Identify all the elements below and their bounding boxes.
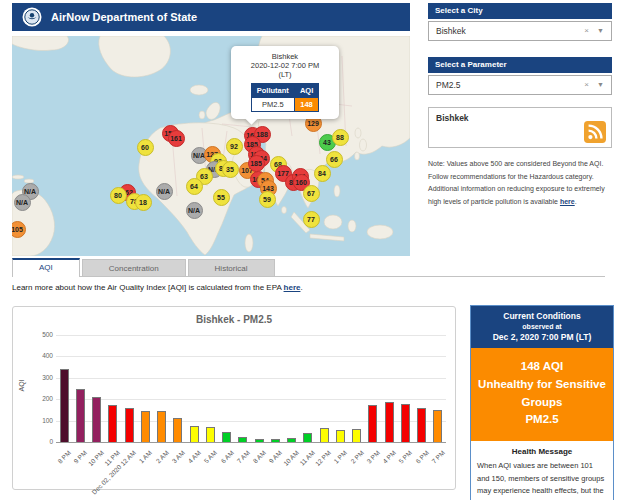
- chart-x-tick-label: 6 AM: [219, 449, 234, 464]
- aqi-map-marker[interactable]: 105: [12, 221, 26, 238]
- tab-historical[interactable]: Historical: [188, 259, 275, 276]
- popup-pollutant-value: PM2.5: [251, 98, 294, 112]
- current-aqi-badge: 148 AQI Unhealthy for Sensitive Groups P…: [471, 348, 613, 441]
- learn-more-here-link[interactable]: here: [284, 283, 301, 292]
- aqi-map-marker[interactable]: N/A: [14, 194, 31, 211]
- chart-x-tick-label: 6 PM: [414, 449, 430, 465]
- chart-x-labels: 8 PM9 PM10 PM11 PMDec 02, 2020 12 AM1 AM…: [56, 444, 446, 489]
- aqi-map-marker[interactable]: 67: [303, 185, 320, 202]
- aqi-map-marker[interactable]: 80: [110, 187, 127, 204]
- city-select[interactable]: Bishkek × ▼: [428, 21, 612, 41]
- aqi-map-marker[interactable]: 185: [248, 155, 265, 172]
- note-here-link[interactable]: here: [560, 198, 575, 205]
- chart-x-tick-label: 5 PM: [398, 449, 414, 465]
- chart-bar-8-pm[interactable]: [60, 369, 69, 442]
- chart-bar-11-am[interactable]: [303, 433, 312, 442]
- chart-x-tick-label: 1 PM: [333, 449, 349, 465]
- aqi-map-marker[interactable]: 77: [303, 211, 320, 228]
- chart-y-tick-label: 100: [21, 417, 53, 424]
- chart-bar-1-am[interactable]: [141, 411, 150, 442]
- aqi-map-marker[interactable]: 64: [186, 178, 203, 195]
- chart-x-tick-label: 7 AM: [235, 449, 250, 464]
- learn-more-text: Learn more about how the Air Quality Ind…: [12, 283, 303, 292]
- chart-y-tick-label: 200: [21, 395, 53, 402]
- chart-bar-8-am[interactable]: [255, 439, 264, 442]
- chart-title: Bishkek - PM2.5: [13, 314, 455, 325]
- popup-lt: (LT): [235, 70, 335, 79]
- aqi-map-marker[interactable]: 35: [222, 161, 239, 178]
- chart-bar-11-pm[interactable]: [108, 405, 117, 442]
- parameter-select-value: PM2.5: [436, 80, 461, 90]
- chevron-down-icon[interactable]: ▼: [597, 22, 604, 40]
- learn-more-period: .: [300, 283, 302, 292]
- chart-bar-6-am[interactable]: [222, 432, 231, 442]
- chart-x-tick-label: 11 AM: [298, 449, 316, 467]
- parameter-select[interactable]: PM2.5 × ▼: [428, 75, 612, 95]
- aqi-bar-chart: Bishkek - PM2.5 AQI 0100200300400500 8 P…: [12, 306, 456, 490]
- aqi-map-marker[interactable]: 92: [226, 138, 243, 155]
- chart-bar-1-pm[interactable]: [336, 430, 345, 442]
- chart-bar-9-pm[interactable]: [76, 389, 85, 443]
- chart-bar-3-am[interactable]: [173, 418, 182, 442]
- chart-x-tick-label: 3 PM: [365, 449, 381, 465]
- chart-x-tick-label: 5 AM: [203, 449, 218, 464]
- chart-gridline: [56, 356, 446, 357]
- chart-x-tick-label: 7 PM: [430, 449, 446, 465]
- aqi-map-marker[interactable]: 88: [332, 129, 349, 146]
- chart-bar-10-pm[interactable]: [92, 397, 101, 442]
- aqi-map-marker[interactable]: 84: [314, 165, 331, 182]
- chart-x-tick-label: 1 AM: [138, 449, 153, 464]
- rss-feed-icon[interactable]: [584, 121, 606, 143]
- chart-y-ticks: 0100200300400500: [21, 335, 53, 442]
- chart-bar-4-am[interactable]: [190, 426, 199, 443]
- note-period: .: [575, 198, 577, 205]
- chart-y-tick-label: 300: [21, 374, 53, 381]
- chart-bar-9-am[interactable]: [271, 439, 280, 442]
- clear-city-icon[interactable]: ×: [584, 22, 589, 40]
- observed-datetime: Dec 2, 2020 7:00 PM (LT): [474, 332, 610, 342]
- chart-bar-7-am[interactable]: [238, 437, 247, 442]
- chart-bar-2-pm[interactable]: [352, 429, 361, 442]
- aqi-map-marker[interactable]: N/A: [186, 202, 203, 219]
- chart-bar-5-pm[interactable]: [401, 404, 410, 442]
- chart-x-tick-label: 3 AM: [170, 449, 185, 464]
- observed-at-label: observed at: [474, 323, 610, 330]
- chart-bar-2-am[interactable]: [157, 411, 166, 443]
- chart-x-tick-label: 4 PM: [381, 449, 397, 465]
- department-of-state-seal-logo: [22, 7, 42, 27]
- aqi-map-marker[interactable]: 66: [326, 151, 343, 168]
- chart-bar-6-pm[interactable]: [417, 408, 426, 442]
- aqi-map-marker[interactable]: 161: [168, 130, 185, 147]
- popup-aqi-table: Pollutant AQI PM2.5 148: [251, 83, 319, 112]
- tab-concentration[interactable]: Concentration: [82, 259, 186, 276]
- popup-aqi-value: 148: [294, 98, 318, 112]
- chart-bar-7-pm[interactable]: [433, 410, 442, 442]
- chart-bar-12-pm[interactable]: [320, 428, 329, 442]
- aqi-map-marker[interactable]: 55: [213, 189, 230, 206]
- aqi-map-marker[interactable]: 59: [259, 191, 276, 208]
- chart-bar-dec-02-2020-12-am[interactable]: [125, 408, 134, 442]
- current-conditions-panel: Current Conditions observed at Dec 2, 20…: [470, 305, 614, 500]
- world-aqi-map[interactable]: N/AN/A10560151161N/A1279293N/A89356364N/…: [12, 36, 410, 256]
- chart-bar-4-pm[interactable]: [385, 402, 394, 442]
- clear-parameter-icon[interactable]: ×: [584, 76, 589, 94]
- chart-bar-5-am[interactable]: [206, 427, 215, 442]
- chart-bar-10-am[interactable]: [287, 438, 296, 442]
- chart-x-tick-label: 9 AM: [268, 449, 283, 464]
- chart-x-tick-label: 8 AM: [252, 449, 267, 464]
- chart-x-tick-label: 10 AM: [282, 449, 300, 467]
- chevron-down-icon[interactable]: ▼: [597, 76, 604, 94]
- chart-bar-3-pm[interactable]: [368, 405, 377, 442]
- aqi-map-marker[interactable]: N/A: [156, 183, 173, 200]
- tab-aqi[interactable]: AQI: [12, 258, 80, 277]
- aqi-map-marker[interactable]: 18: [135, 194, 152, 211]
- select-city-header: Select a City: [428, 3, 612, 19]
- health-message-title: Health Message: [477, 447, 607, 456]
- city-feed-box: Bishkek: [428, 107, 612, 148]
- chart-y-tick-label: 500: [21, 331, 53, 338]
- aqi-map-marker[interactable]: 60: [137, 139, 154, 156]
- health-message-text: When AQI values are between 101 and 150,…: [477, 460, 607, 500]
- popup-datetime: 2020-12-02 7:00 PM: [235, 61, 335, 70]
- popup-col-pollutant: Pollutant: [251, 84, 294, 98]
- current-conditions-title: Current Conditions: [474, 311, 610, 321]
